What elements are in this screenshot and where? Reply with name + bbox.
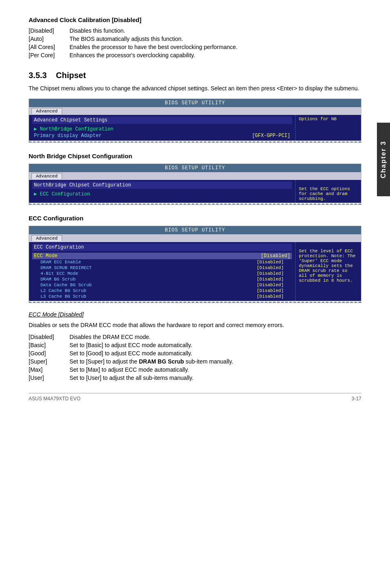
bios-item-label: L2 Cache BG Scrub [40, 288, 86, 293]
bios-item-label: DRAM ECC Enable [40, 260, 81, 265]
list-item: [All Cores] Enables the processor to hav… [29, 44, 361, 50]
acc-term-1: [Auto] [29, 36, 69, 42]
bios-item-label: Data Cache BG Scrub [40, 283, 92, 287]
acc-title: Advanced Clock Calibration [Disabled] [29, 16, 361, 23]
acc-term-3: [Per Core] [29, 52, 69, 58]
bios-header-3: BIOS SETUP UTILITY [29, 226, 361, 234]
acc-desc-2: Enables the processor to have the best o… [69, 44, 361, 50]
bios-sub-dram-bg: DRAM BG Scrub [Disabled] [32, 276, 292, 282]
acc-definition-list: [Disabled] Disables this function. [Auto… [29, 27, 361, 58]
bios-options-label-3: Set the level of ECC protection. Note: T… [299, 249, 356, 283]
ecc-desc-3-post: sub-item manually. [184, 358, 233, 365]
bios-left-2: NorthBridge Chipset Configuration ▶ ECC … [29, 180, 296, 203]
acc-term-2: [All Cores] [29, 44, 69, 50]
bios-right-1: Options for NB [296, 115, 361, 141]
bios-content-3: ECC Configuration ECC Mode [Disabled] DR… [29, 242, 361, 301]
ecc-term-2: [Good] [29, 350, 69, 357]
ecc-desc-3-bold: DRAM BG Scrub [139, 358, 184, 365]
ecc-mode-title: ECC Mode [Disabled] [29, 311, 361, 318]
bios-tab-3: Advanced [31, 235, 62, 241]
bios-item-value: [Disabled] [257, 265, 284, 270]
ecc-desc-2: Set to [Good] to adjust ECC mode automat… [69, 350, 361, 357]
bios-item-northbridge: ▶ NorthBridge Configuration [32, 126, 292, 132]
bios-item-ecc-mode: ECC Mode [Disabled] [32, 253, 292, 259]
northbridge-title: North Bridge Chipset Configuration [29, 153, 361, 159]
bios-item-value: [Disabled] [261, 253, 290, 259]
bios-sub-data-cache: Data Cache BG Scrub [Disabled] [32, 282, 292, 288]
ecc-title: ECC Configuration [29, 215, 361, 222]
bios-tab-row-3: Advanced [29, 234, 361, 242]
bios-tab-row-2: Advanced [29, 172, 361, 180]
bios-sub-dram-ecc: DRAM ECC Enable [Disabled] [32, 259, 292, 265]
bios-section-hdr-3: ECC Configuration [32, 244, 292, 251]
bios-item-primary-display: Primary display Adapter [GFX-GPP-PCI] [32, 132, 292, 139]
bios-sub-l2-cache: L2 Cache BG Scrub [Disabled] [32, 288, 292, 294]
northbridge-section: North Bridge Chipset Configuration BIOS … [29, 153, 361, 205]
bios-item-label: Primary display Adapter [34, 133, 102, 139]
bios-sub-l3-cache: L3 Cache BG Scrub [Disabled] [32, 294, 292, 299]
bios-box-ecc: BIOS SETUP UTILITY Advanced ECC Configur… [29, 226, 361, 303]
bios-left-3: ECC Configuration ECC Mode [Disabled] DR… [29, 242, 296, 301]
bios-right-2: Set the ECC options for cache and dram s… [296, 180, 361, 203]
bios-options-label-1: Options for NB [299, 117, 336, 121]
footer-right: 3-17 [352, 396, 361, 402]
list-item: [Super] Set to [Super] to adjust the DRA… [29, 358, 361, 365]
ecc-mode-list: [Disabled] Disables the DRAM ECC mode. [… [29, 334, 361, 381]
ecc-term-1: [Basic] [29, 342, 69, 348]
bios-right-3: Set the level of ECC protection. Note: T… [296, 242, 361, 301]
bios-item-value: [Disabled] [257, 288, 284, 293]
bios-item-value: [Disabled] [257, 277, 284, 282]
bios-tab-1: Advanced [31, 108, 62, 114]
ecc-section: ECC Configuration BIOS SETUP UTILITY Adv… [29, 215, 361, 303]
chipset-number: 3.5.3 [29, 71, 47, 80]
dashed-border-3 [29, 302, 361, 303]
bios-item-label: 4-Bit ECC Mode [40, 271, 78, 276]
list-item: [Auto] The BIOS automatically adjusts th… [29, 36, 361, 42]
list-item: [User] Set to [User] to adjust the all s… [29, 375, 361, 381]
ecc-desc-4: Set to [Max] to adjust ECC mode automati… [69, 366, 361, 373]
bios-item-value: [GFX-GPP-PCI] [252, 133, 290, 139]
acc-term-0: [Disabled] [29, 27, 69, 34]
bios-section-hdr-2: NorthBridge Chipset Configuration [32, 182, 292, 189]
bios-item-ecc-config: ▶ ECC Configuration [32, 191, 292, 197]
list-item: [Good] Set to [Good] to adjust ECC mode … [29, 350, 361, 357]
footer: ASUS M4A79XTD EVO 3-17 [29, 393, 361, 402]
chapter-label: Chapter 3 [380, 141, 387, 178]
bios-sub-4bit-ecc: 4-Bit ECC Mode [Disabled] [32, 271, 292, 276]
ecc-term-4: [Max] [29, 366, 69, 373]
ecc-desc-3-pre: Set to [Super] to adjust the [69, 358, 139, 365]
bios-item-label: ECC Mode [34, 253, 58, 259]
chipset-title: Chipset [56, 71, 86, 80]
bios-left-1: Advanced Chipset Settings ▶ NorthBridge … [29, 115, 296, 141]
acc-desc-0: Disables this function. [69, 27, 361, 34]
bios-options-label-2: Set the ECC options for cache and dram s… [299, 186, 350, 201]
chipset-intro: The Chipset menu allows you to change th… [29, 84, 361, 93]
bios-item-value: [Disabled] [257, 271, 284, 276]
acc-desc-3: Enhances the processor's overclocking ca… [69, 52, 361, 58]
bios-item-label: ▶ NorthBridge Configuration [34, 126, 113, 132]
dashed-border-1 [29, 141, 361, 142]
bios-item-label: DRAM SCRUB REDIRECT [40, 265, 92, 270]
bios-item-label: DRAM BG Scrub [40, 277, 76, 282]
bios-content-2: NorthBridge Chipset Configuration ▶ ECC … [29, 180, 361, 203]
dashed-border-2 [29, 204, 361, 204]
acc-desc-1: The BIOS automatically adjusts this func… [69, 36, 361, 42]
bios-item-value: [Disabled] [257, 294, 284, 299]
ecc-mode-intro: Disables or sets the DRAM ECC mode that … [29, 321, 361, 330]
ecc-mode-section: ECC Mode [Disabled] Disables or sets the… [29, 311, 361, 381]
bios-item-value: [Disabled] [257, 283, 284, 287]
bios-box-chipset: BIOS SETUP UTILITY Advanced Advanced Chi… [29, 99, 361, 143]
chapter-tab: Chapter 3 [377, 123, 390, 196]
chipset-section: 3.5.3 Chipset The Chipset menu allows yo… [29, 71, 361, 143]
bios-item-value: [Disabled] [257, 260, 284, 265]
bios-section-hdr-1: Advanced Chipset Settings [32, 117, 292, 124]
acc-section: Advanced Clock Calibration [Disabled] [D… [29, 16, 361, 58]
bios-content-1: Advanced Chipset Settings ▶ NorthBridge … [29, 115, 361, 141]
ecc-desc-3: Set to [Super] to adjust the DRAM BG Scr… [69, 358, 361, 365]
bios-tab-2: Advanced [31, 173, 62, 179]
list-item: [Max] Set to [Max] to adjust ECC mode au… [29, 366, 361, 373]
bios-item-label: L3 Cache BG Scrub [40, 294, 86, 299]
ecc-desc-5: Set to [User] to adjust the all sub-item… [69, 375, 361, 381]
bios-item-label: ▶ ECC Configuration [34, 191, 90, 197]
bios-box-northbridge: BIOS SETUP UTILITY Advanced NorthBridge … [29, 164, 361, 205]
